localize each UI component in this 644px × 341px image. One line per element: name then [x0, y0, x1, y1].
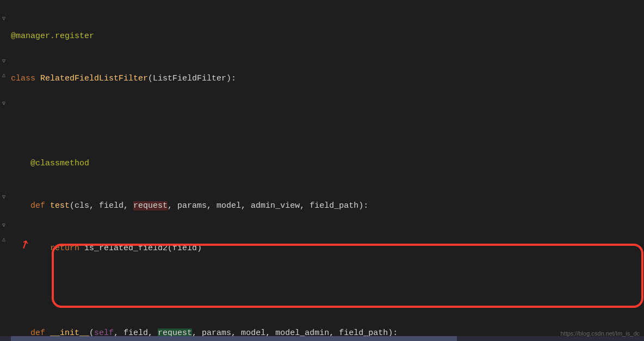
- method-test: test: [50, 201, 70, 210]
- watermark: https://blog.csdn.net/Im_is_dc: [560, 330, 640, 337]
- decorator-classmethod: @classmethod: [30, 159, 89, 168]
- fold-icon-test[interactable]: ▽: [2, 58, 9, 64]
- fold-icon-blk3[interactable]: △: [2, 236, 9, 243]
- decorator-register: @manager.register: [11, 32, 94, 41]
- highlight-annotation-box: [52, 244, 643, 308]
- code-area[interactable]: @manager.register class RelatedFieldList…: [11, 0, 644, 341]
- horizontal-scrollbar-track[interactable]: [0, 336, 644, 341]
- fold-icon-init[interactable]: ▽: [2, 100, 9, 107]
- fold-icon-end-test[interactable]: △: [2, 72, 9, 78]
- fold-icon-blk1[interactable]: ▽: [2, 194, 9, 200]
- code-editor[interactable]: ▽ ▽ △ ▽ ▽ ▽ △ @manager.register class Re…: [0, 0, 644, 341]
- gutter: ▽ ▽ △ ▽ ▽ ▽ △: [0, 0, 11, 341]
- fold-icon-blk2[interactable]: ▽: [2, 222, 9, 228]
- param-request: request: [133, 201, 168, 210]
- fold-icon-class[interactable]: ▽: [2, 15, 9, 22]
- class-name: RelatedFieldListFilter: [40, 74, 148, 83]
- horizontal-scrollbar-thumb[interactable]: [11, 336, 457, 341]
